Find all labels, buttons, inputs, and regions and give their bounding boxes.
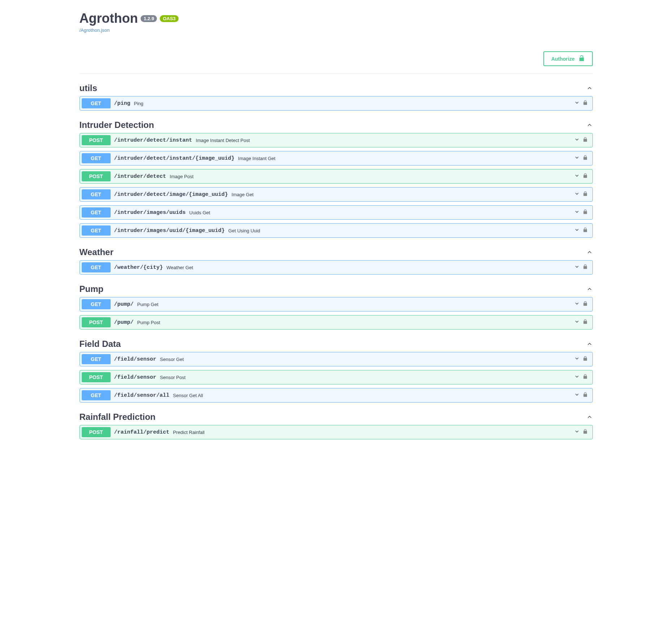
- operation-path: /weather/{city}: [114, 264, 163, 271]
- chevron-down-icon: [574, 429, 580, 436]
- operation-block: GET/intruder/images/uuidsUuids Get: [80, 205, 593, 220]
- operation-description: Image Get: [232, 192, 254, 197]
- method-badge: GET: [82, 354, 111, 364]
- tag-name: Pump: [80, 284, 104, 294]
- api-header: Agrothon 1.2.9 OAS3 /Agrothon.json: [80, 0, 593, 37]
- lock-icon[interactable]: [583, 374, 588, 381]
- tag-header[interactable]: Intruder Detection: [80, 117, 593, 133]
- operation-path: /pump/: [114, 319, 134, 326]
- method-badge: POST: [82, 427, 111, 437]
- operation-summary[interactable]: GET/weather/{city}Weather Get: [80, 261, 592, 274]
- tag-section: PumpGET/pump/Pump GetPOST/pump/Pump Post: [80, 281, 593, 330]
- method-badge: GET: [82, 207, 111, 218]
- operation-summary[interactable]: POST/intruder/detectImage Post: [80, 169, 592, 183]
- operation-summary[interactable]: POST/pump/Pump Post: [80, 315, 592, 329]
- version-badge: 1.2.9: [141, 15, 157, 22]
- spec-link[interactable]: /Agrothon.json: [80, 27, 110, 33]
- lock-icon[interactable]: [583, 100, 588, 107]
- lock-icon[interactable]: [583, 429, 588, 436]
- tag-header[interactable]: utils: [80, 80, 593, 96]
- tag-section: Field DataGET/field/sensorSensor GetPOST…: [80, 336, 593, 403]
- chevron-down-icon: [574, 356, 580, 363]
- lock-icon[interactable]: [583, 191, 588, 198]
- operation-path: /field/sensor/all: [114, 392, 170, 399]
- authorize-button[interactable]: Authorize: [543, 51, 593, 66]
- tag-name: Intruder Detection: [80, 120, 154, 130]
- operation-path: /intruder/detect/image/{image_uuid}: [114, 192, 228, 198]
- operation-path: /pump/: [114, 301, 134, 307]
- chevron-down-icon: [574, 155, 580, 162]
- tag-name: Field Data: [80, 339, 121, 349]
- lock-icon[interactable]: [583, 301, 588, 308]
- method-badge: GET: [82, 189, 111, 199]
- api-title: Agrothon: [80, 11, 138, 26]
- tag-header[interactable]: Pump: [80, 281, 593, 297]
- operation-block: GET/pump/Pump Get: [80, 297, 593, 311]
- chevron-down-icon: [574, 374, 580, 381]
- lock-icon[interactable]: [583, 137, 588, 144]
- operation-block: GET/weather/{city}Weather Get: [80, 260, 593, 275]
- method-badge: GET: [82, 225, 111, 236]
- lock-icon[interactable]: [583, 155, 588, 162]
- method-badge: GET: [82, 153, 111, 163]
- tag-section: Intruder DetectionPOST/intruder/detect/i…: [80, 117, 593, 238]
- lock-icon[interactable]: [583, 173, 588, 180]
- operation-description: Pump Get: [137, 302, 159, 307]
- tag-header[interactable]: Rainfall Prediction: [80, 409, 593, 425]
- chevron-up-icon: [586, 341, 593, 347]
- operation-path: /intruder/images/uuids: [114, 210, 186, 216]
- operation-path: /rainfall/predict: [114, 429, 170, 435]
- method-badge: POST: [82, 372, 111, 382]
- operation-description: Ping: [134, 101, 144, 106]
- operation-summary[interactable]: GET/pingPing: [80, 96, 592, 110]
- tag-header[interactable]: Field Data: [80, 336, 593, 352]
- operation-description: Image Post: [170, 174, 194, 179]
- method-badge: GET: [82, 98, 111, 108]
- lock-icon[interactable]: [583, 209, 588, 216]
- method-badge: GET: [82, 262, 111, 272]
- operation-summary[interactable]: GET/intruder/detect/instant/{image_uuid}…: [80, 151, 592, 165]
- chevron-down-icon: [574, 301, 580, 308]
- lock-icon[interactable]: [583, 392, 588, 399]
- operation-summary[interactable]: GET/pump/Pump Get: [80, 297, 592, 311]
- chevron-down-icon: [574, 264, 580, 271]
- operation-summary[interactable]: GET/intruder/images/uuid/{image_uuid}Get…: [80, 224, 592, 237]
- operation-block: POST/intruder/detect/instantImage Instan…: [80, 133, 593, 147]
- operation-path: /ping: [114, 100, 130, 107]
- operation-block: POST/field/sensorSensor Post: [80, 370, 593, 384]
- oas-badge: OAS3: [160, 15, 178, 22]
- operation-path: /intruder/detect/instant: [114, 137, 192, 143]
- lock-icon[interactable]: [583, 227, 588, 234]
- operation-block: GET/intruder/images/uuid/{image_uuid}Get…: [80, 223, 593, 238]
- lock-open-icon: [578, 55, 585, 63]
- operation-block: GET/field/sensorSensor Get: [80, 352, 593, 366]
- authorize-label: Authorize: [551, 56, 575, 62]
- tag-header[interactable]: Weather: [80, 244, 593, 260]
- operation-description: Get Using Uuid: [228, 228, 260, 233]
- auth-section: Authorize: [80, 37, 593, 74]
- chevron-down-icon: [574, 209, 580, 216]
- operation-description: Image Instant Get: [238, 156, 275, 161]
- operation-summary[interactable]: POST/field/sensorSensor Post: [80, 370, 592, 384]
- operation-description: Uuids Get: [189, 210, 210, 215]
- operation-summary[interactable]: POST/rainfall/predictPredict Rainfall: [80, 425, 592, 439]
- operation-description: Pump Post: [137, 320, 160, 325]
- lock-icon[interactable]: [583, 319, 588, 326]
- operation-path: /intruder/images/uuid/{image_uuid}: [114, 228, 225, 234]
- lock-icon[interactable]: [583, 356, 588, 363]
- method-badge: GET: [82, 299, 111, 309]
- operation-summary[interactable]: GET/field/sensorSensor Get: [80, 352, 592, 366]
- lock-icon[interactable]: [583, 264, 588, 271]
- method-badge: POST: [82, 317, 111, 327]
- operation-path: /intruder/detect: [114, 173, 166, 180]
- chevron-down-icon: [574, 173, 580, 180]
- chevron-up-icon: [586, 249, 593, 255]
- operation-summary[interactable]: GET/field/sensor/allSensor Get All: [80, 388, 592, 402]
- operation-path: /field/sensor: [114, 356, 157, 362]
- operation-summary[interactable]: GET/intruder/detect/image/{image_uuid}Im…: [80, 188, 592, 201]
- operation-summary[interactable]: GET/intruder/images/uuidsUuids Get: [80, 206, 592, 219]
- chevron-down-icon: [574, 227, 580, 234]
- tag-name: utils: [80, 83, 97, 93]
- chevron-down-icon: [574, 392, 580, 399]
- operation-summary[interactable]: POST/intruder/detect/instantImage Instan…: [80, 133, 592, 147]
